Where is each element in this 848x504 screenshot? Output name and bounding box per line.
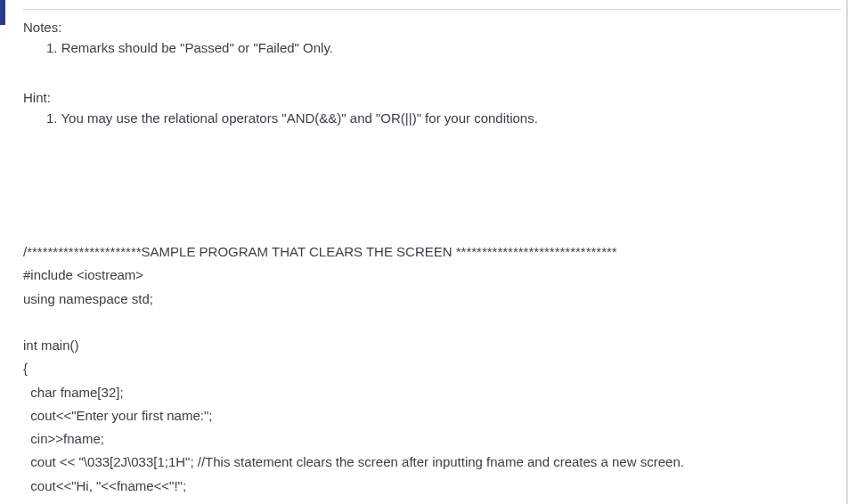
code-line-3: using namespace std; [23,291,153,306]
left-accent-bar [0,0,5,25]
notes-item-1: 1. Remarks should be "Passed" or "Failed… [23,37,841,58]
hint-item-1: 1. You may use the relational operators … [23,108,841,128]
code-line-7: char fname[32]; [23,385,124,400]
code-line-8: cout<<"Enter your first name:"; [23,408,212,423]
notes-section: Notes: 1. Remarks should be "Passed" or … [23,17,841,59]
code-line-9: cin>>fname; [23,431,104,446]
code-line-2: #include <iostream> [23,267,143,282]
notes-label: Notes: [23,17,841,37]
hint-label: Hint: [23,87,841,108]
code-line-11: cout<<"Hi, "<<fname<<"!"; [23,478,186,493]
horizontal-rule [23,9,841,10]
code-line-6: { [23,361,28,376]
document-content: Notes: 1. Remarks should be "Passed" or … [23,0,841,504]
hint-section: Hint: 1. You may use the relational oper… [23,87,841,129]
code-line-5: int main() [23,337,79,353]
code-line-1: /**********************SAMPLE PROGRAM TH… [23,244,617,259]
code-line-10: cout << "\033[2J\033[1;1H"; //This state… [23,454,684,469]
page-canvas: Notes: 1. Remarks should be "Passed" or … [0,0,848,504]
code-sample: /**********************SAMPLE PROGRAM TH… [23,240,841,504]
